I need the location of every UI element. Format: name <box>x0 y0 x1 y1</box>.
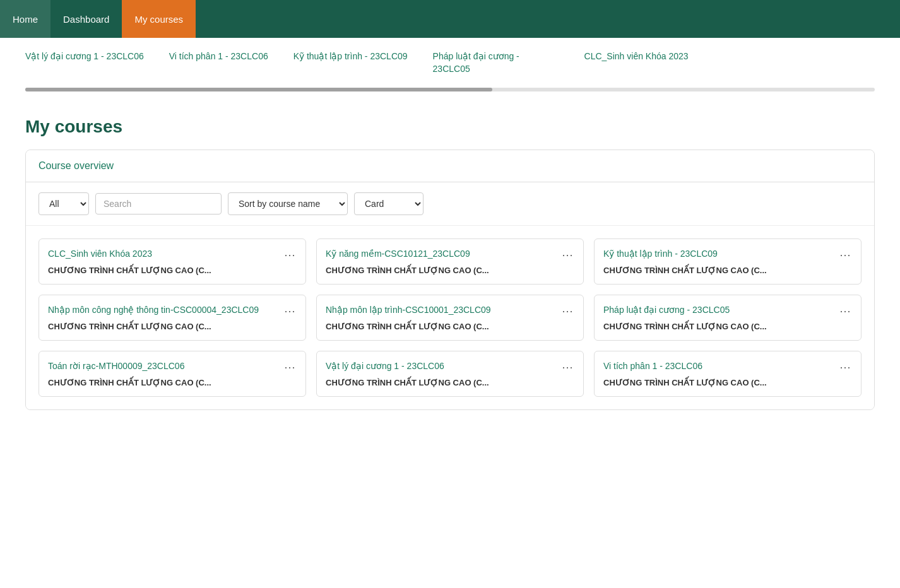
nav-my-courses[interactable]: My courses <box>122 0 196 38</box>
overview-header: Course overview <box>26 150 874 182</box>
course-quick-link-0[interactable]: Vật lý đại cương 1 - 23CLC06 <box>25 50 144 75</box>
course-quick-link-2[interactable]: Kỹ thuật lập trình - 23CLC09 <box>293 50 408 75</box>
course-grid: CLC_Sinh viên Khóa 2023 ⋯ CHƯƠNG TRÌNH C… <box>26 226 874 409</box>
course-card-menu-8[interactable]: ⋯ <box>834 360 852 374</box>
course-card: CLC_Sinh viên Khóa 2023 ⋯ CHƯƠNG TRÌNH C… <box>38 238 306 285</box>
course-card-menu-6[interactable]: ⋯ <box>279 360 297 374</box>
course-card-title-5[interactable]: Pháp luật đại cương - 23CLC05 <box>603 304 834 317</box>
course-card: Kỹ thuật lập trình - 23CLC09 ⋯ CHƯƠNG TR… <box>594 238 862 285</box>
scroll-thumb <box>25 88 492 91</box>
course-card-header-0: CLC_Sinh viên Khóa 2023 ⋯ <box>48 248 297 262</box>
course-card: Pháp luật đại cương - 23CLC05 ⋯ CHƯƠNG T… <box>594 295 862 341</box>
course-card-header-2: Kỹ thuật lập trình - 23CLC09 ⋯ <box>603 248 852 262</box>
course-card-menu-3[interactable]: ⋯ <box>279 304 297 318</box>
course-links-bar: Vật lý đại cương 1 - 23CLC06 Vi tích phâ… <box>0 38 900 81</box>
course-card-header-7: Vật lý đại cương 1 - 23CLC06 ⋯ <box>326 360 574 374</box>
course-card-menu-1[interactable]: ⋯ <box>557 248 574 262</box>
page-title: My courses <box>0 104 900 150</box>
top-navigation: Home Dashboard My courses <box>0 0 900 38</box>
course-card-title-3[interactable]: Nhập môn công nghệ thông tin-CSC00004_23… <box>48 304 279 317</box>
course-card-header-6: Toán rời rạc-MTH00009_23CLC06 ⋯ <box>48 360 297 374</box>
course-card: Vi tích phân 1 - 23CLC06 ⋯ CHƯƠNG TRÌNH … <box>594 351 862 397</box>
course-card-header-1: Kỹ năng mềm-CSC10121_23CLC09 ⋯ <box>326 248 574 262</box>
course-card: Vật lý đại cương 1 - 23CLC06 ⋯ CHƯƠNG TR… <box>316 351 584 397</box>
course-card-title-2[interactable]: Kỹ thuật lập trình - 23CLC09 <box>603 248 834 261</box>
course-card-header-5: Pháp luật đại cương - 23CLC05 ⋯ <box>603 304 852 318</box>
course-card-header-8: Vi tích phân 1 - 23CLC06 ⋯ <box>603 360 852 374</box>
course-card-menu-0[interactable]: ⋯ <box>279 248 297 262</box>
course-card: Kỹ năng mềm-CSC10121_23CLC09 ⋯ CHƯƠNG TR… <box>316 238 584 285</box>
scroll-indicator <box>25 88 875 91</box>
course-card-desc-6: CHƯƠNG TRÌNH CHẤT LƯỢNG CAO (C... <box>48 378 297 387</box>
nav-dashboard[interactable]: Dashboard <box>50 0 122 38</box>
course-card-desc-5: CHƯƠNG TRÌNH CHẤT LƯỢNG CAO (C... <box>603 322 852 331</box>
course-card: Toán rời rạc-MTH00009_23CLC06 ⋯ CHƯƠNG T… <box>38 351 306 397</box>
course-card: Nhập môn lập trình-CSC10001_23CLC09 ⋯ CH… <box>316 295 584 341</box>
course-card-title-8[interactable]: Vi tích phân 1 - 23CLC06 <box>603 360 834 373</box>
course-card-desc-3: CHƯƠNG TRÌNH CHẤT LƯỢNG CAO (C... <box>48 322 297 331</box>
course-overview-panel: Course overview All In progress Future P… <box>25 150 875 410</box>
course-card-desc-0: CHƯƠNG TRÌNH CHẤT LƯỢNG CAO (C... <box>48 266 297 275</box>
view-select[interactable]: Card List Summary <box>354 192 423 215</box>
filter-all-select[interactable]: All In progress Future Past Starred Remo… <box>38 192 89 215</box>
course-card-desc-7: CHƯƠNG TRÌNH CHẤT LƯỢNG CAO (C... <box>326 378 574 387</box>
course-card-menu-7[interactable]: ⋯ <box>557 360 574 374</box>
course-card-title-4[interactable]: Nhập môn lập trình-CSC10001_23CLC09 <box>326 304 557 317</box>
course-card-title-7[interactable]: Vật lý đại cương 1 - 23CLC06 <box>326 360 557 373</box>
course-card: Nhập môn công nghệ thông tin-CSC00004_23… <box>38 295 306 341</box>
course-card-menu-4[interactable]: ⋯ <box>557 304 574 318</box>
course-card-desc-1: CHƯƠNG TRÌNH CHẤT LƯỢNG CAO (C... <box>326 266 574 275</box>
course-card-desc-4: CHƯƠNG TRÌNH CHẤT LƯỢNG CAO (C... <box>326 322 574 331</box>
course-card-title-6[interactable]: Toán rời rạc-MTH00009_23CLC06 <box>48 360 279 373</box>
course-card-menu-5[interactable]: ⋯ <box>834 304 852 318</box>
sort-select[interactable]: Sort by course name Sort by last accesse… <box>228 192 348 215</box>
course-quick-link-4[interactable]: CLC_Sinh viên Khóa 2023 <box>584 50 689 75</box>
course-quick-link-3[interactable]: Pháp luật đại cương - 23CLC05 <box>433 50 559 75</box>
course-card-header-3: Nhập môn công nghệ thông tin-CSC00004_23… <box>48 304 297 318</box>
course-card-desc-8: CHƯƠNG TRÌNH CHẤT LƯỢNG CAO (C... <box>603 378 852 387</box>
nav-home[interactable]: Home <box>0 0 50 38</box>
course-quick-link-1[interactable]: Vi tích phân 1 - 23CLC06 <box>169 50 268 75</box>
course-card-title-0[interactable]: CLC_Sinh viên Khóa 2023 <box>48 248 279 261</box>
toolbar: All In progress Future Past Starred Remo… <box>26 182 874 226</box>
course-card-desc-2: CHƯƠNG TRÌNH CHẤT LƯỢNG CAO (C... <box>603 266 852 275</box>
course-card-menu-2[interactable]: ⋯ <box>834 248 852 262</box>
course-card-header-4: Nhập môn lập trình-CSC10001_23CLC09 ⋯ <box>326 304 574 318</box>
search-input[interactable] <box>95 193 222 215</box>
course-card-title-1[interactable]: Kỹ năng mềm-CSC10121_23CLC09 <box>326 248 557 261</box>
